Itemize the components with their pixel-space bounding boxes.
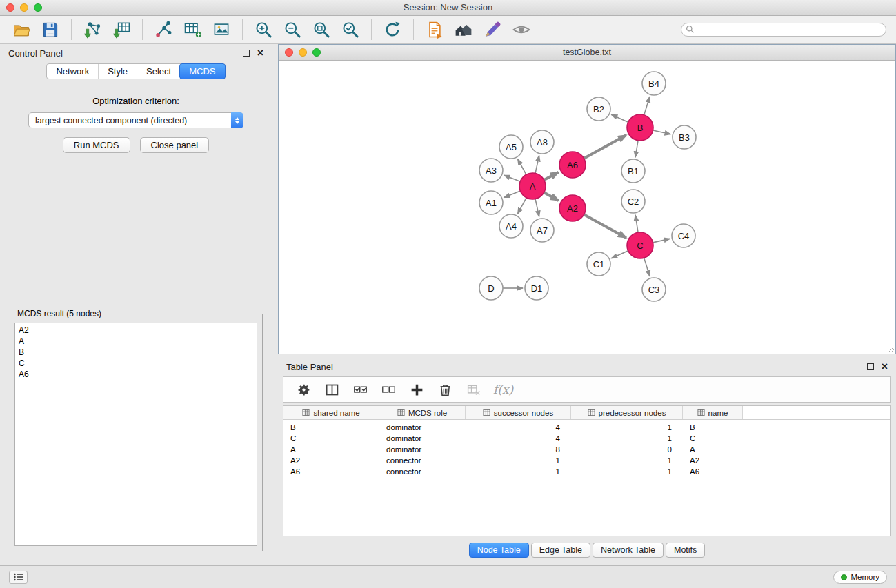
tab-node-table[interactable]: Node Table xyxy=(469,543,529,558)
graph-node-C4[interactable]: C4 xyxy=(672,224,695,247)
close-view-button[interactable] xyxy=(285,48,293,57)
graph-node-A1[interactable]: A1 xyxy=(479,191,503,214)
show-columns-button[interactable] xyxy=(323,381,340,398)
graph-edge-A-A8[interactable] xyxy=(535,156,539,174)
close-panel-icon[interactable]: × xyxy=(257,49,263,57)
table-row[interactable]: Cdominator41C xyxy=(283,433,890,444)
minimize-window-button[interactable] xyxy=(20,3,28,12)
graph-node-A4[interactable]: A4 xyxy=(499,214,523,238)
graph-node-B4[interactable]: B4 xyxy=(642,72,666,95)
graph-edge-A-A3[interactable] xyxy=(504,175,521,181)
close-table-panel-icon[interactable]: × xyxy=(882,363,888,371)
graph-node-C2[interactable]: C2 xyxy=(621,190,645,213)
graph-node-B1[interactable]: B1 xyxy=(621,159,645,183)
float-panel-icon[interactable] xyxy=(243,50,250,57)
import-table-button[interactable] xyxy=(110,18,133,41)
graph-node-A2[interactable]: A2 xyxy=(559,195,586,221)
graph-edge-B-B2[interactable] xyxy=(611,114,628,122)
mcds-result-item[interactable]: A xyxy=(19,336,257,347)
panel-toggle-button[interactable] xyxy=(9,571,28,584)
graph-node-A3[interactable]: A3 xyxy=(479,159,503,182)
resize-grip-icon[interactable] xyxy=(888,346,895,353)
run-mcds-button[interactable]: Run MCDS xyxy=(63,137,130,153)
graph-edge-A-A4[interactable] xyxy=(517,198,526,214)
zoom-in-button[interactable] xyxy=(252,18,275,41)
new-table-button[interactable] xyxy=(181,18,204,41)
graph-node-A7[interactable]: A7 xyxy=(530,219,554,242)
zoom-selected-button[interactable] xyxy=(339,18,362,41)
close-window-button[interactable] xyxy=(6,3,14,12)
minimize-view-button[interactable] xyxy=(299,48,307,57)
open-session-button[interactable] xyxy=(10,18,33,41)
tab-edge-table[interactable]: Edge Table xyxy=(531,543,590,558)
graph-edge-A-A7[interactable] xyxy=(535,199,539,217)
zoom-out-button[interactable] xyxy=(281,18,304,41)
delete-column-button[interactable] xyxy=(437,381,453,398)
graph-node-A5[interactable]: A5 xyxy=(499,135,523,159)
graph-edge-C-C1[interactable] xyxy=(611,251,628,258)
export-image-button[interactable] xyxy=(210,18,233,41)
table-row[interactable]: A2connector11A2 xyxy=(283,455,890,466)
graph-edge-C-C3[interactable] xyxy=(644,258,650,276)
table-row[interactable]: Adominator80A xyxy=(283,444,890,455)
select-all-rows-button[interactable] xyxy=(352,381,368,398)
clone-network-button[interactable] xyxy=(423,18,446,41)
show-hide-button[interactable] xyxy=(510,18,533,41)
graph-edge-B-B3[interactable] xyxy=(653,130,671,134)
graph-edge-A-A2[interactable] xyxy=(544,192,559,201)
search-input[interactable] xyxy=(681,23,886,37)
graph-node-A8[interactable]: A8 xyxy=(530,130,554,154)
graph-node-D[interactable]: D xyxy=(479,276,503,300)
add-column-button[interactable] xyxy=(408,381,425,398)
graph-edge-A-A1[interactable] xyxy=(504,191,521,198)
graph-node-B[interactable]: B xyxy=(627,114,653,141)
refresh-button[interactable] xyxy=(381,18,404,41)
maximize-view-button[interactable] xyxy=(312,48,321,57)
column-header-predecessor-nodes[interactable]: predecessor nodes xyxy=(571,406,683,419)
network-canvas[interactable]: AA1A2A3A4A5A6A7A8BB1B2B3B4CC1C2C3C4DD1 xyxy=(279,60,895,354)
deselect-all-rows-button[interactable] xyxy=(380,381,397,398)
graph-edge-A6-B[interactable] xyxy=(584,135,626,159)
tab-select[interactable]: Select xyxy=(137,64,180,79)
memory-button[interactable]: Memory xyxy=(833,571,887,584)
save-session-button[interactable] xyxy=(39,18,62,41)
criterion-select[interactable]: largest connected component (directed) xyxy=(28,112,243,128)
graph-node-A6[interactable]: A6 xyxy=(559,152,586,178)
mcds-result-item[interactable]: C xyxy=(19,358,257,369)
graph-node-C[interactable]: C xyxy=(627,232,653,258)
tab-network[interactable]: Network xyxy=(47,64,98,79)
tab-motifs[interactable]: Motifs xyxy=(666,543,705,558)
tab-network-table[interactable]: Network Table xyxy=(593,543,664,558)
mcds-result-item[interactable]: B xyxy=(19,347,257,358)
tab-style[interactable]: Style xyxy=(98,64,137,79)
column-header-shared-name[interactable]: shared name xyxy=(283,406,379,419)
tab-mcds[interactable]: MCDS xyxy=(179,63,225,79)
table-row[interactable]: Bdominator41B xyxy=(283,422,890,433)
mcds-result-item[interactable]: A6 xyxy=(19,369,257,380)
fullscreen-window-button[interactable] xyxy=(34,3,42,12)
graph-edge-A-A5[interactable] xyxy=(518,159,526,175)
graph-edge-A2-C[interactable] xyxy=(584,214,626,238)
graph-edge-A-A6[interactable] xyxy=(544,172,559,180)
graph-edge-B-B1[interactable] xyxy=(635,141,638,157)
graph-edge-B-B4[interactable] xyxy=(644,97,650,115)
graph-edge-C-C4[interactable] xyxy=(653,239,670,243)
graph-node-C1[interactable]: C1 xyxy=(587,252,610,276)
close-panel-button[interactable]: Close panel xyxy=(140,137,210,153)
column-header-successor-nodes[interactable]: successor nodes xyxy=(466,406,571,419)
graph-node-B3[interactable]: B3 xyxy=(673,125,696,149)
column-header-name[interactable]: name xyxy=(683,406,743,419)
graph-node-D1[interactable]: D1 xyxy=(525,276,548,300)
graph-node-B2[interactable]: B2 xyxy=(587,97,610,121)
graph-node-A[interactable]: A xyxy=(519,173,546,199)
table-row[interactable]: A6connector11A6 xyxy=(283,466,890,477)
show-overview-button[interactable] xyxy=(452,18,475,41)
import-network-button[interactable] xyxy=(81,18,104,41)
graph-edge-C-C2[interactable] xyxy=(635,215,638,232)
zoom-fit-button[interactable] xyxy=(310,18,333,41)
table-settings-button[interactable] xyxy=(295,381,312,398)
mcds-result-item[interactable]: A2 xyxy=(19,325,257,336)
column-header-MCDS-role[interactable]: MCDS role xyxy=(379,406,466,419)
float-table-panel-icon[interactable] xyxy=(867,363,874,370)
new-network-button[interactable] xyxy=(152,18,175,41)
